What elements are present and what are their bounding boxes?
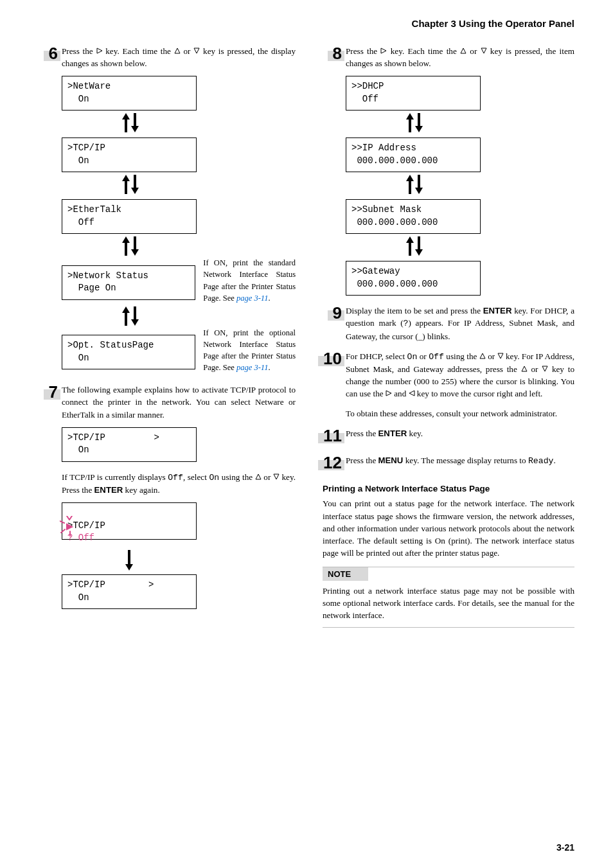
lcd-display: >Network Status Page On (62, 265, 195, 300)
triangle-right-icon (386, 390, 392, 396)
code-text: Off (429, 352, 444, 362)
text: using the (444, 351, 479, 361)
text: Press the (62, 46, 96, 56)
step-12: 12 Press the MENU key. The message displ… (323, 454, 574, 471)
lcd-display: >NetWare On (62, 76, 197, 111)
lcd-line: Off (351, 94, 378, 104)
lcd-line: Off (67, 217, 94, 227)
text: or (181, 46, 194, 56)
lcd-line: >TCP/IP > (67, 432, 159, 443)
page-number: 3-21 (556, 842, 574, 853)
triangle-up-icon (479, 353, 486, 359)
svg-rect-11 (409, 181, 411, 194)
step-number: 11 (323, 426, 342, 445)
lcd-line: >>DHCP (351, 81, 384, 91)
step-number: 10 (323, 349, 342, 368)
updown-icon (62, 235, 197, 260)
step-number: 8 (333, 44, 342, 63)
display-chain-left: >NetWare On >TCP/IP On >EtherTalk Off >N… (62, 76, 296, 373)
key-label: ENTER (483, 306, 512, 315)
svg-rect-2 (125, 181, 127, 194)
side-note: If ON, print the standard Network Interf… (203, 257, 296, 304)
svg-rect-8 (128, 550, 130, 564)
lcd-line: On (67, 353, 89, 363)
chapter-heading: Chapter 3 Using the Operator Panel (412, 18, 574, 29)
lcd-line: >TCP/IP (67, 143, 105, 153)
lcd-line: >Opt. StatusPage (67, 340, 154, 350)
svg-rect-3 (134, 175, 136, 188)
lcd-display: >>IP Address 000.000.000.000 (346, 137, 481, 172)
updown-icon (62, 305, 197, 330)
svg-rect-4 (125, 243, 127, 256)
text: and (392, 389, 409, 398)
lcd-display: >>Subnet Mask 000.000.000.000 (346, 199, 481, 234)
step-11-text: Press the ENTER key. (346, 427, 574, 439)
lcd-line: 000.000.000.000 (351, 217, 438, 227)
text: . (553, 456, 555, 465)
svg-rect-5 (134, 236, 136, 249)
lcd-line: >NetWare (67, 81, 111, 91)
left-column: 6 Press the key. Each time the or key is… (39, 45, 296, 628)
section-heading: Printing a Network Interface Status Page (323, 484, 574, 493)
text: , select (183, 472, 209, 482)
right-column: 8 Press the key. Each time the or key is… (323, 45, 574, 628)
text: Press the (346, 46, 380, 56)
code-text: On (209, 473, 219, 483)
lcd-line: On (67, 445, 89, 455)
svg-rect-6 (125, 313, 127, 326)
svg-rect-7 (134, 306, 136, 319)
updown-icon (346, 112, 481, 136)
code-text: On (407, 352, 418, 362)
note-region: NOTE Printing out a network interface st… (323, 567, 574, 627)
text: . (268, 363, 270, 372)
step-6-text: Press the key. Each time the or key is p… (62, 45, 296, 69)
step-10: 10 For DHCP, select On or Off using the … (323, 350, 574, 420)
step-11: 11 Press the ENTER key. (323, 427, 574, 444)
text: using the (219, 472, 254, 482)
svg-rect-14 (418, 236, 420, 249)
lcd-line: >EtherTalk (67, 204, 121, 215)
text: key. Each time the (387, 46, 460, 56)
svg-rect-1 (134, 113, 136, 126)
text: Display the item to be set and press the (346, 306, 483, 315)
page-link[interactable]: page 3-11 (236, 363, 268, 372)
text: key again. (123, 485, 160, 495)
triangle-right-icon (96, 48, 103, 54)
lcd-display: >TCP/IP On (62, 137, 197, 172)
step-number: 9 (333, 303, 342, 323)
code-text: ? (404, 319, 409, 328)
lcd-display-blink: >TCP/IP ? Off (62, 502, 197, 540)
section-paragraph: You can print out a status page for the … (323, 497, 574, 559)
triangle-up-icon (460, 48, 466, 54)
lcd-line: Page On (67, 283, 116, 293)
text: or (262, 472, 273, 482)
text: For DHCP, select (346, 351, 407, 361)
triangle-up-icon (174, 48, 181, 54)
lcd-line: On (67, 94, 89, 104)
text: If TCP/IP is currently displays (62, 472, 168, 482)
text: or (417, 351, 429, 361)
lcd-line: >TCP/IP > (67, 580, 154, 590)
lcd-display: >>DHCP Off (346, 76, 481, 111)
text: key. The message display returns to (403, 456, 528, 465)
side-note: If ON, print the optional Network Interf… (203, 327, 296, 374)
svg-rect-13 (409, 243, 411, 256)
text: Press the (346, 429, 378, 438)
lcd-display: >>Gateway 000.000.000.000 (346, 261, 481, 296)
svg-rect-12 (418, 175, 420, 188)
step-number: 7 (49, 382, 58, 402)
text: or (528, 364, 542, 374)
triangle-up-icon (255, 474, 262, 480)
lcd-line: >>Gateway (351, 266, 400, 276)
key-label: ENTER (94, 485, 123, 495)
triangle-up-icon (521, 366, 528, 372)
svg-rect-0 (125, 120, 127, 132)
lcd-line: >>IP Address (351, 143, 416, 153)
triangle-down-icon (273, 474, 280, 480)
lcd-line: >Network Status (67, 270, 148, 281)
tcp-mid-text: If TCP/IP is currently displays Off, sel… (62, 471, 296, 496)
lcd-line: On (67, 155, 89, 166)
step-number: 6 (49, 44, 58, 63)
lcd-line: >>Subnet Mask (351, 204, 422, 215)
page-link[interactable]: page 3-11 (236, 294, 268, 303)
